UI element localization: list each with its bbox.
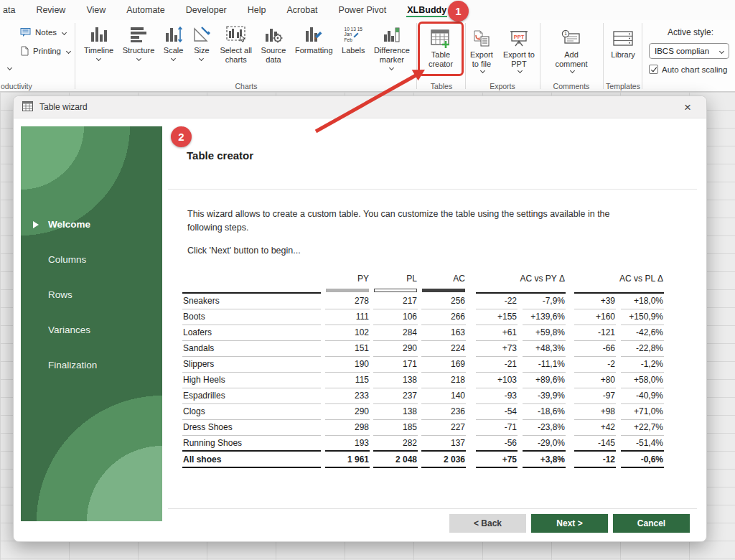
close-icon[interactable]: × — [679, 99, 696, 116]
table-row: Loafers102284163+61+59,8%-121-42,6% — [182, 325, 664, 340]
menu-tab-view[interactable]: View — [85, 3, 106, 17]
sidebar-item-rows[interactable]: Rows — [21, 277, 162, 312]
table-cell: 2 048 — [373, 451, 418, 467]
chevron-down-icon — [389, 65, 394, 70]
sidebar-item-finalization[interactable]: Finalization — [21, 347, 162, 383]
group-label-exports: Exports — [467, 82, 538, 90]
sidebar-item-label: Welcome — [48, 219, 90, 230]
menu-tab-xlbuddy[interactable]: XLBuddy — [406, 3, 447, 17]
menu-tab-developer[interactable]: Developer — [185, 3, 228, 17]
table-cell: -7,9% — [523, 293, 566, 309]
timeline-icon — [90, 23, 108, 46]
table-cell: +103 — [476, 372, 518, 388]
table-cell: 140 — [421, 388, 466, 403]
select-all-charts-icon — [226, 23, 246, 46]
active-style-dropdown[interactable]: IBCS complian — [649, 43, 729, 59]
library-button[interactable]: Library — [606, 26, 640, 60]
table-cell — [566, 388, 574, 403]
table-cell: -121 — [574, 325, 616, 340]
table-cell — [566, 309, 574, 325]
table-cell — [466, 293, 476, 309]
table-row: Clogs290138236-54-18,6%+98+71,0% — [182, 403, 664, 419]
back-button[interactable]: < Back — [449, 514, 526, 533]
row-label: Clogs — [182, 403, 321, 419]
check-icon — [650, 65, 656, 72]
table-cell: 193 — [325, 435, 370, 451]
printing-button[interactable]: Printing — [20, 46, 70, 56]
label-underline — [182, 286, 321, 293]
ribbon-group-productivity: Notes Printing oductivity — [0, 20, 75, 92]
group-divider — [75, 23, 75, 89]
table-cell — [616, 419, 621, 435]
difference-marker-button[interactable]: Difference marker — [372, 22, 412, 70]
table-cell — [466, 388, 476, 403]
add-comment-button[interactable]: 1 Add comment — [547, 26, 596, 73]
menu-tab-help[interactable]: Help — [247, 3, 267, 17]
ribbon-group-charts: Timeline Structure Scale Size Select all — [76, 20, 416, 92]
chevron-down-icon — [719, 48, 724, 53]
active-style-label: Active style: — [668, 27, 713, 37]
row-label: Running Shoes — [182, 435, 321, 451]
active-step-arrow-icon — [33, 221, 39, 228]
cancel-button[interactable]: Cancel — [613, 514, 690, 533]
chevron-down-icon — [171, 56, 176, 61]
export-to-ppt-button[interactable]: PPT Export to PPT — [501, 26, 537, 73]
group-label-tables: Tables — [418, 82, 465, 90]
table-cell: +89,6% — [523, 372, 566, 388]
table-cell — [518, 340, 523, 356]
table-cell — [566, 356, 574, 372]
menu-tab-acrobat[interactable]: Acrobat — [286, 3, 318, 17]
table-row: Boots111106266+155+139,6%+160+150,9% — [182, 309, 664, 325]
chevron-down-icon[interactable] — [7, 65, 12, 70]
table-cell: 236 — [421, 403, 466, 419]
table-cell: +71,0% — [621, 403, 664, 419]
table-cell — [616, 356, 621, 372]
table-row: Slippers190171169-21-11,1%-2-1,2% — [182, 356, 664, 372]
timeline-button[interactable]: Timeline — [82, 22, 116, 70]
table-cell: 115 — [325, 372, 370, 388]
group-divider — [642, 23, 642, 89]
menu-tab-automate[interactable]: Automate — [126, 3, 166, 17]
difference-marker-icon — [383, 23, 401, 46]
structure-button[interactable]: Structure — [121, 22, 157, 70]
export-to-file-button[interactable]: Export to file — [468, 26, 495, 73]
table-cell — [466, 356, 476, 372]
annotation-badge-2: 2 — [171, 126, 192, 147]
size-button[interactable]: Size — [190, 22, 213, 70]
next-button[interactable]: Next > — [531, 514, 608, 533]
chevron-down-icon — [136, 56, 141, 61]
sidebar-item-welcome[interactable]: Welcome — [21, 207, 162, 242]
menu-tab-review[interactable]: Review — [35, 3, 66, 17]
table-cell: 278 — [325, 293, 370, 309]
col-header-ac: AC — [421, 271, 466, 286]
sidebar-item-columns[interactable]: Columns — [21, 242, 162, 277]
labels-button[interactable]: 10 13 15 Jan Feb Labels — [340, 22, 367, 70]
col-header-py: PY — [325, 271, 370, 286]
table-cell: +150,9% — [621, 309, 664, 325]
table-row: Sneakers278217256-22-7,9%+39+18,0% — [182, 293, 664, 309]
sidebar-item-variances[interactable]: Variances — [21, 312, 162, 347]
group-divider — [540, 23, 540, 89]
table-wizard-dialog: Table wizard × WelcomeColumnsRowsVarianc… — [13, 95, 707, 542]
notes-button[interactable]: Notes — [20, 27, 66, 37]
auto-chart-scaling-checkbox[interactable] — [649, 65, 658, 74]
chevron-down-icon — [66, 48, 71, 53]
table-cell: +3,8% — [523, 451, 566, 467]
pencil-icon — [354, 33, 359, 38]
source-data-button[interactable]: Source data — [259, 22, 289, 70]
formatting-button[interactable]: Formatting — [293, 22, 335, 70]
menu-tab-ata[interactable]: ata — [2, 3, 16, 17]
menu-tab-power-pivot[interactable]: Power Pivot — [338, 3, 388, 17]
group-label-comments: Comments — [541, 82, 601, 90]
table-cell — [466, 451, 476, 467]
notes-label: Notes — [35, 28, 57, 37]
table-cell — [466, 309, 476, 325]
notes-icon — [20, 27, 32, 37]
table-cell: 190 — [325, 356, 370, 372]
dialog-title-bar[interactable]: Table wizard — [14, 96, 706, 118]
table-cell — [518, 419, 523, 435]
select-all-charts-button[interactable]: Select all charts — [217, 22, 254, 70]
scale-button[interactable]: Scale — [161, 22, 186, 70]
table-cell: -1,2% — [621, 356, 664, 372]
table-cell: 102 — [325, 325, 370, 340]
